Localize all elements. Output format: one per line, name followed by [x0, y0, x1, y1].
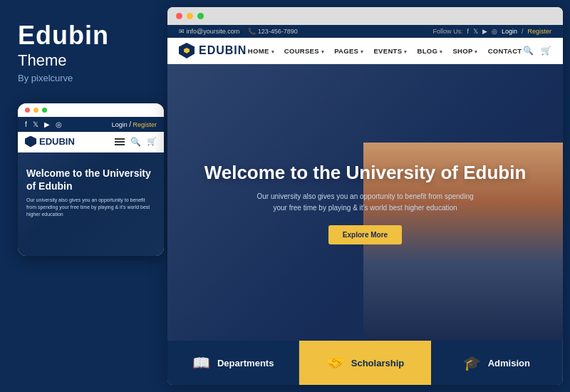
nav-cart-icon[interactable]: 🛒	[541, 46, 551, 56]
nav-contact[interactable]: CONTACT	[488, 47, 522, 55]
envelope-icon	[179, 28, 185, 35]
mobile-register-link[interactable]: Register	[133, 121, 157, 128]
browser-chrome	[167, 7, 563, 25]
mobile-nav: EDUBIN 🔍 🛒	[18, 132, 164, 153]
nav-icons: 🔍 🛒	[523, 46, 551, 56]
right-panel: info@yoursite.com 📞 123-456-7890 Follow …	[167, 7, 563, 385]
topbar-fb-icon[interactable]: f	[467, 28, 469, 35]
mobile-browser-chrome	[18, 103, 164, 117]
nav-home[interactable]: HOME ▾	[248, 47, 274, 55]
topbar-login-link[interactable]: Login	[502, 28, 517, 35]
brand-subtitle: Theme	[18, 51, 153, 70]
nav-links: HOME ▾ COURSES ▾ PAGES ▾ EVENTS ▾ BLOG ▾…	[248, 47, 522, 55]
site-nav: EDUBIN HOME ▾ COURSES ▾ PAGES ▾ EVENTS ▾…	[167, 38, 563, 64]
site-topbar: info@yoursite.com 📞 123-456-7890 Follow …	[167, 25, 563, 38]
hero-section: Welcome to the University of Edubin Our …	[167, 64, 563, 385]
hero-description: Our university also gives you an opportu…	[252, 191, 480, 214]
scholarship-icon: 🤝	[326, 354, 344, 371]
site-logo-shield	[179, 43, 195, 58]
mobile-dot-yellow	[33, 108, 38, 113]
mobile-yt-icon: ▶	[44, 120, 50, 128]
left-panel: Edubin Theme By pixelcurve f 𝕏 ▶ ◎ Login…	[0, 0, 167, 392]
site-logo: EDUBIN	[179, 43, 247, 58]
mobile-search-icon[interactable]: 🔍	[130, 137, 141, 147]
nav-search-icon[interactable]: 🔍	[523, 46, 534, 56]
brand-by: By pixelcurve	[18, 73, 153, 83]
feature-bar: 📖 Departments 🤝 Scholarship 🎓 Admision	[167, 341, 563, 385]
mobile-login-link[interactable]: Login	[112, 121, 128, 128]
hero-title: Welcome to the University of Edubin	[204, 162, 527, 184]
feature-departments[interactable]: 📖 Departments	[167, 341, 299, 385]
mobile-login-register: Login / Register	[112, 120, 157, 128]
mobile-cart-icon[interactable]: 🛒	[147, 137, 157, 146]
scholarship-label: Scholarship	[351, 358, 404, 368]
hero-cta-button[interactable]: Explore More	[328, 225, 402, 244]
nav-blog[interactable]: BLOG ▾	[418, 47, 443, 55]
mobile-logo-shield	[25, 136, 36, 148]
admision-label: Admision	[488, 358, 530, 368]
mobile-logo: EDUBIN	[25, 136, 75, 148]
topbar-yt-icon[interactable]: ▶	[482, 28, 487, 35]
brand-name: Edubin	[18, 21, 153, 50]
topbar-register-link[interactable]: Register	[527, 28, 551, 35]
site-topbar-left: info@yoursite.com 📞 123-456-7890	[179, 28, 298, 35]
feature-admision[interactable]: 🎓 Admision	[431, 341, 563, 385]
admision-icon: 🎓	[463, 354, 481, 371]
mobile-mockup: f 𝕏 ▶ ◎ Login / Register EDUBIN	[18, 103, 164, 256]
feature-scholarship[interactable]: 🤝 Scholarship	[299, 341, 430, 385]
mobile-dot-red	[25, 108, 30, 113]
topbar-tw-icon[interactable]: 𝕏	[473, 28, 478, 35]
nav-courses[interactable]: COURSES ▾	[284, 47, 324, 55]
follow-us-label: Follow Us:	[432, 28, 462, 35]
nav-pages[interactable]: PAGES ▾	[334, 47, 363, 55]
mobile-hero: Welcome to the University of Edubin Our …	[18, 153, 164, 256]
mobile-hero-desc: Our university also gives you an opportu…	[26, 197, 155, 217]
topbar-email: info@yoursite.com	[179, 28, 239, 35]
mobile-hero-title: Welcome to the University of Edubin	[26, 167, 155, 192]
browser-dot-red	[176, 13, 182, 19]
browser-dot-green	[197, 13, 204, 19]
hamburger-menu[interactable]	[115, 137, 125, 147]
browser-dot-yellow	[187, 13, 193, 19]
mobile-dot-green	[42, 108, 47, 113]
departments-label: Departments	[217, 358, 274, 368]
topbar-phone: 📞 123-456-7890	[248, 28, 298, 35]
topbar-ig-icon[interactable]: ◎	[492, 28, 497, 35]
phone-icon: 📞	[248, 28, 256, 35]
departments-icon: 📖	[192, 354, 210, 371]
mobile-topbar: f 𝕏 ▶ ◎ Login / Register	[18, 117, 164, 132]
nav-shop[interactable]: SHOP ▾	[452, 47, 477, 55]
mobile-nav-icons: 🔍 🛒	[115, 137, 157, 147]
mobile-tw-icon: 𝕏	[33, 120, 38, 128]
website: info@yoursite.com 📞 123-456-7890 Follow …	[167, 25, 563, 385]
mobile-fb-icon: f	[25, 120, 27, 128]
mobile-ig-icon: ◎	[56, 120, 62, 128]
site-logo-text: EDUBIN	[199, 44, 247, 57]
mobile-logo-text: EDUBIN	[39, 136, 75, 147]
site-topbar-right: Follow Us: f 𝕏 ▶ ◎ Login / Register	[432, 28, 551, 35]
nav-events[interactable]: EVENTS ▾	[373, 47, 407, 55]
